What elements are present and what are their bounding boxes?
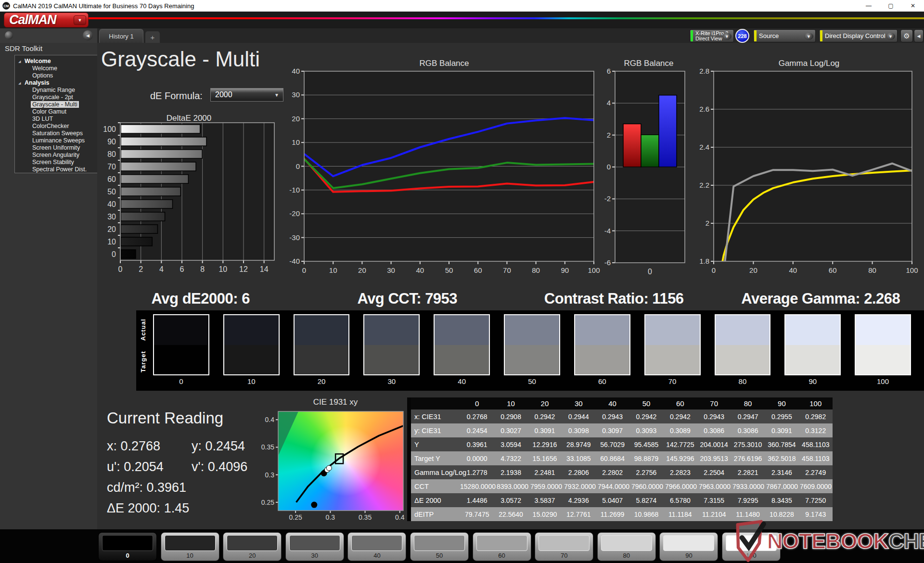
column-header: 80: [731, 397, 765, 409]
source-label: Source: [759, 33, 779, 39]
level-button-30[interactable]: 30: [285, 532, 344, 561]
svg-text:0.3: 0.3: [326, 513, 335, 520]
table-cell: 2.2756: [629, 465, 663, 479]
sidebar-item-screen-stability[interactable]: Screen Stability: [15, 159, 97, 166]
sidebar-item-spectral-power-dist[interactable]: Spectral Power Dist.: [15, 166, 97, 173]
sidebar-item-screen-uniformity[interactable]: Screen Uniformity: [15, 144, 97, 152]
logo-dropdown-arrow-icon[interactable]: ▼: [74, 15, 86, 25]
svg-text:RGB Balance: RGB Balance: [624, 59, 674, 68]
de-formula-label: dE Formula:: [150, 90, 203, 102]
display-control-dropdown[interactable]: Direct Display Control ▼: [819, 29, 898, 42]
minimize-button[interactable]: —: [858, 0, 880, 12]
actual-patch: [856, 315, 910, 345]
display-dropdown-arrow-icon[interactable]: ▼: [886, 33, 895, 40]
sidebar-item-color-gamut[interactable]: Color Gamut: [15, 108, 97, 115]
meter-dropdown[interactable]: X-Rite i1Pro 2 Direct View ▼: [690, 29, 734, 42]
stat-contrast-ratio: Contrast Ratio: 1156: [511, 290, 718, 307]
window-controls: — ▢ ✕: [858, 0, 924, 12]
table-cell: 5.8274: [629, 493, 663, 507]
grayscale-swatch-90: [784, 314, 841, 375]
sidebar-collapse-icon[interactable]: ◀: [83, 30, 93, 40]
table-cell: 95.4585: [629, 437, 663, 451]
sidebar-item-screen-angularity[interactable]: Screen Angularity: [15, 152, 97, 159]
table-cell: 12.7761: [562, 507, 595, 521]
workflow-status-icon: [5, 31, 13, 39]
source-dropdown-arrow-icon[interactable]: ▼: [804, 33, 813, 40]
table-cell: 0.3027: [494, 423, 527, 437]
sidebar-item-colorchecker[interactable]: ColorChecker: [15, 123, 97, 130]
level-patch: [289, 535, 340, 551]
actual-patch: [435, 315, 489, 345]
level-button-40[interactable]: 40: [347, 532, 406, 561]
page-title: Grayscale - Multi: [101, 47, 260, 71]
reading-uv-row: u': 0.2054 v': 0.4096: [107, 457, 247, 477]
table-cell: 60.8684: [595, 451, 629, 465]
grayscale-swatch-80: [715, 314, 771, 375]
level-button-0[interactable]: 0: [98, 532, 157, 561]
row-label: y: CIE31: [411, 423, 460, 437]
de-formula-select[interactable]: 2000 ▼: [210, 88, 283, 102]
actual-patch: [575, 315, 629, 345]
svg-text:0: 0: [302, 266, 306, 274]
table-cell: 276.6196: [731, 451, 765, 465]
sidebar-group-analysis[interactable]: ◢Analysis: [15, 79, 97, 87]
actual-patch: [295, 315, 349, 345]
tab-history-1[interactable]: History 1: [99, 29, 143, 43]
swatch-level-label: 70: [644, 377, 701, 385]
table-cell: 0.2942: [528, 409, 562, 423]
stats-row: Avg dE2000: 6Avg CCT: 7953Contrast Ratio…: [97, 288, 924, 310]
sidebar-item-3d-lut[interactable]: 3D LUT: [15, 115, 97, 123]
table-cell: 2.2806: [562, 465, 595, 479]
sidebar-item-options[interactable]: Options: [15, 72, 97, 79]
table-cell: 362.5018: [765, 451, 798, 465]
table-cell: 0.2454: [460, 423, 494, 437]
panel-collapse-button[interactable]: ◀: [914, 29, 924, 42]
luminance-value: 0.3961: [147, 480, 187, 495]
meter-dropdown-arrow-icon[interactable]: ▼: [722, 33, 732, 40]
tab-bar: ◀ History 1 + X-Rite i1Pro 2 Direct View…: [0, 28, 924, 43]
level-button-90[interactable]: 90: [659, 532, 718, 561]
level-button-50[interactable]: 50: [410, 532, 469, 561]
rgb-balance-line-chart: RGB Balance403020100-10-20-30-4001020304…: [288, 59, 601, 284]
source-dropdown[interactable]: Source ▼: [753, 29, 816, 42]
sidebar-header-strip: ◀: [0, 28, 97, 43]
sidebar-item-welcome[interactable]: Welcome: [15, 65, 97, 72]
level-patch: [601, 535, 652, 551]
svg-text:0.25: 0.25: [261, 499, 274, 506]
level-button-70[interactable]: 70: [535, 532, 593, 561]
sidebar-item-grayscale-multi[interactable]: Grayscale - Multi: [15, 101, 97, 108]
table-cell: 2.1938: [494, 465, 527, 479]
table-cell: 8.3435: [765, 493, 798, 507]
de-formula-value: 2000: [215, 90, 232, 99]
maximize-button[interactable]: ▢: [880, 0, 902, 12]
level-button-20[interactable]: 20: [223, 532, 282, 561]
target-row-label: Target: [140, 346, 147, 377]
svg-text:50: 50: [107, 188, 116, 196]
sidebar-item-grayscale-2pt[interactable]: Grayscale - 2pt: [15, 94, 97, 101]
sidebar-item-luminance-sweeps[interactable]: Luminance Sweeps: [15, 137, 97, 144]
svg-text:0: 0: [296, 162, 300, 170]
level-patch: [539, 535, 590, 551]
level-button-10[interactable]: 10: [161, 532, 219, 561]
target-patch: [856, 345, 910, 375]
level-button-80[interactable]: 80: [597, 532, 656, 561]
sidebar-item-dynamic-range[interactable]: Dynamic Range: [15, 87, 97, 94]
meter-count-badge[interactable]: 228: [735, 29, 749, 43]
new-tab-button[interactable]: +: [145, 31, 160, 43]
app-icon: CM: [2, 2, 10, 10]
level-button-60[interactable]: 60: [473, 532, 531, 561]
sidebar-item-saturation-sweeps[interactable]: Saturation Sweeps: [15, 130, 97, 137]
table-cell: 10.9868: [629, 507, 663, 521]
table-cell: 458.1103: [799, 451, 833, 465]
sidebar: SDR Toolkit ◢WelcomeWelcomeOptions◢Analy…: [0, 43, 97, 529]
table-cell: 0.2947: [731, 409, 765, 423]
window-titlebar: CM CalMAN 2019 CalMAN Ultimate for Busin…: [0, 0, 924, 12]
svg-text:40: 40: [107, 200, 116, 208]
tree-expanded-icon: ◢: [18, 79, 21, 87]
calman-logo-button[interactable]: CalMAN ▼: [4, 13, 89, 27]
close-button[interactable]: ✕: [902, 0, 924, 12]
settings-button[interactable]: ⚙: [900, 29, 913, 42]
svg-text:10: 10: [329, 266, 337, 274]
sidebar-group-welcome[interactable]: ◢Welcome: [15, 58, 97, 65]
y-value: 0.2454: [205, 439, 245, 453]
